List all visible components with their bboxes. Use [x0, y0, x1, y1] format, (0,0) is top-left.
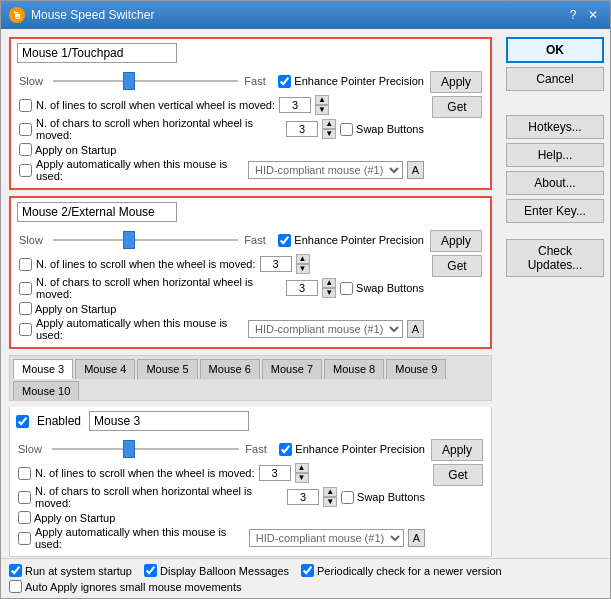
- mouse2-scroll-h-label: N. of chars to scroll when horizontal wh…: [36, 276, 282, 300]
- tab-mouse5[interactable]: Mouse 5: [137, 359, 197, 379]
- mouse1-slider[interactable]: [53, 71, 238, 91]
- mouse2-slider[interactable]: [53, 230, 238, 250]
- app-icon: 🖱: [9, 7, 25, 23]
- mouse3-name-input[interactable]: [89, 411, 249, 431]
- help-side-button[interactable]: Help...: [506, 143, 604, 167]
- mouse3-swap-check[interactable]: [341, 491, 354, 504]
- tab-mouse7[interactable]: Mouse 7: [262, 359, 322, 379]
- mouse3-section: Enabled Slow: [9, 407, 492, 557]
- mouse3-scroll-v-spinners: ▲ ▼: [295, 463, 309, 483]
- mouse2-scroll-h-input[interactable]: [286, 280, 318, 296]
- bottom-bar: Run at system startup Display Balloon Me…: [1, 558, 610, 598]
- hotkeys-button[interactable]: Hotkeys...: [506, 115, 604, 139]
- cancel-button[interactable]: Cancel: [506, 67, 604, 91]
- mouse1-scroll-v-input[interactable]: [279, 97, 311, 113]
- balloon-checkbox[interactable]: [144, 564, 157, 577]
- mouse3-apply-btn[interactable]: Apply: [431, 439, 483, 461]
- mouse3-get-btn[interactable]: Get: [433, 464, 483, 486]
- mouse3-enabled-check[interactable]: [16, 415, 29, 428]
- mouse1-apply-btn[interactable]: Apply: [430, 71, 482, 93]
- check-updates-button[interactable]: Check Updates...: [506, 239, 604, 277]
- mouse3-auto-a-btn[interactable]: A: [408, 529, 425, 547]
- tab-mouse8[interactable]: Mouse 8: [324, 359, 384, 379]
- mouse2-scroll-h-check[interactable]: [19, 282, 32, 295]
- mouse3-startup-label: Apply on Startup: [34, 512, 115, 524]
- mouse1-auto-check[interactable]: [19, 164, 32, 177]
- mouse3-startup-check[interactable]: [18, 511, 31, 524]
- mouse3-scroll-h-up[interactable]: ▲: [323, 487, 337, 497]
- mouse2-epp-checkbox[interactable]: [278, 234, 291, 247]
- mouse2-auto-a-btn[interactable]: A: [407, 320, 424, 338]
- tab-mouse6[interactable]: Mouse 6: [200, 359, 260, 379]
- mouse1-scroll-v-up[interactable]: ▲: [315, 95, 329, 105]
- mouse2-scroll-v-down[interactable]: ▼: [296, 264, 310, 274]
- mouse1-scroll-h-up[interactable]: ▲: [322, 119, 336, 129]
- main-panel: Slow Fast Enhance Pointer Precision: [1, 29, 500, 558]
- mouse3-scroll-h-row: N. of chars to scroll when horizontal wh…: [18, 485, 425, 509]
- mouse1-get-btn[interactable]: Get: [432, 96, 482, 118]
- mouse2-scroll-v-input[interactable]: [260, 256, 292, 272]
- mouse2-startup-check[interactable]: [19, 302, 32, 315]
- mouse2-get-btn[interactable]: Get: [432, 255, 482, 277]
- mouse2-apply-btn[interactable]: Apply: [430, 230, 482, 252]
- mouse2-controls: Slow Fast Enhance Pointer Precision: [19, 230, 424, 341]
- mouse2-scroll-h-up[interactable]: ▲: [322, 278, 336, 288]
- auto-ignore-checkbox[interactable]: [9, 580, 22, 593]
- mouse3-scroll-h-input[interactable]: [287, 489, 319, 505]
- mouse3-startup-row: Apply on Startup: [18, 511, 425, 524]
- tab-mouse9[interactable]: Mouse 9: [386, 359, 446, 379]
- mouse1-scroll-v-down[interactable]: ▼: [315, 105, 329, 115]
- mouse1-scroll-h-down[interactable]: ▼: [322, 129, 336, 139]
- mouse1-controls: Slow Fast Enhance Pointer Precision: [19, 71, 424, 182]
- mouse1-auto-a-btn[interactable]: A: [407, 161, 424, 179]
- mouse2-scroll-v-up[interactable]: ▲: [296, 254, 310, 264]
- mouse3-scroll-h-down[interactable]: ▼: [323, 497, 337, 507]
- mouse2-name-input[interactable]: [17, 202, 177, 222]
- tab-mouse3[interactable]: Mouse 3: [13, 359, 73, 379]
- mouse1-epp-checkbox[interactable]: [278, 75, 291, 88]
- mouse2-auto-check[interactable]: [19, 323, 32, 336]
- mouse2-scroll-v-check[interactable]: [19, 258, 32, 271]
- mouse1-epp: Enhance Pointer Precision: [278, 75, 424, 88]
- close-button[interactable]: ✕: [584, 6, 602, 24]
- mouse1-swap-check[interactable]: [340, 123, 353, 136]
- mouse2-swap-check[interactable]: [340, 282, 353, 295]
- mouse3-scroll-v-up[interactable]: ▲: [295, 463, 309, 473]
- mouse2-auto-label: Apply automatically when this mouse is u…: [36, 317, 244, 341]
- mouse3-scroll-v-check[interactable]: [18, 467, 31, 480]
- mouse3-controls: Slow Fast Enhance Pointer Precision: [18, 439, 425, 550]
- mouse3-speed-row: Slow Fast Enhance Pointer Precision: [18, 439, 425, 459]
- mouse2-scroll-h-down[interactable]: ▼: [322, 288, 336, 298]
- about-button[interactable]: About...: [506, 171, 604, 195]
- help-button[interactable]: ?: [564, 6, 582, 24]
- run-startup-label: Run at system startup: [25, 565, 132, 577]
- mouse1-startup-label: Apply on Startup: [35, 144, 116, 156]
- mouse3-slider[interactable]: [52, 439, 239, 459]
- mouse1-auto-select[interactable]: HID-compliant mouse (#1): [248, 161, 403, 179]
- mouse3-apply-get: Apply Get: [431, 439, 483, 486]
- enter-key-button[interactable]: Enter Key...: [506, 199, 604, 223]
- side-panel: OK Cancel Hotkeys... Help... About... En…: [500, 29, 610, 558]
- mouse2-thumb[interactable]: [123, 231, 135, 249]
- mouse1-name-input[interactable]: [17, 43, 177, 63]
- mouse1-scroll-h-check[interactable]: [19, 123, 32, 136]
- tab-mouse10[interactable]: Mouse 10: [13, 381, 79, 400]
- mouse1-scroll-h-row: N. of chars to scroll when horizontal wh…: [19, 117, 424, 141]
- mouse1-scroll-v-check[interactable]: [19, 99, 32, 112]
- mouse3-scroll-h-check[interactable]: [18, 491, 31, 504]
- mouse1-thumb[interactable]: [123, 72, 135, 90]
- mouse3-scroll-v-input[interactable]: [259, 465, 291, 481]
- ok-button[interactable]: OK: [506, 37, 604, 63]
- run-startup-checkbox[interactable]: [9, 564, 22, 577]
- mouse1-scroll-h-input[interactable]: [286, 121, 318, 137]
- title-bar-left: 🖱 Mouse Speed Switcher: [9, 7, 154, 23]
- mouse3-thumb[interactable]: [123, 440, 135, 458]
- periodic-checkbox[interactable]: [301, 564, 314, 577]
- mouse3-scroll-v-down[interactable]: ▼: [295, 473, 309, 483]
- mouse2-auto-select[interactable]: HID-compliant mouse (#1): [248, 320, 403, 338]
- mouse3-epp-checkbox[interactable]: [279, 443, 292, 456]
- mouse1-startup-check[interactable]: [19, 143, 32, 156]
- mouse3-auto-check[interactable]: [18, 532, 31, 545]
- mouse3-auto-select[interactable]: HID-compliant mouse (#1): [249, 529, 404, 547]
- tab-mouse4[interactable]: Mouse 4: [75, 359, 135, 379]
